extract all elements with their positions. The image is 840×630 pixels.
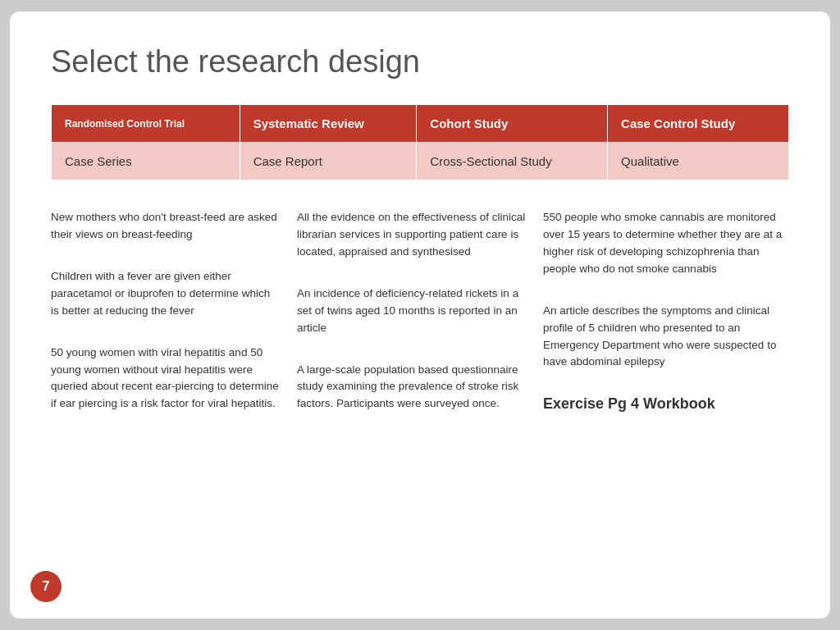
- research-table: Randomised Control Trial Systematic Revi…: [51, 104, 789, 180]
- cell-case-report: Case Report: [240, 143, 417, 180]
- scenario-1-3: 50 young women with viral hepatitis and …: [51, 345, 281, 413]
- cell-qualitative: Qualitative: [608, 143, 789, 180]
- scenario-3-2: An article describes the symptoms and cl…: [543, 303, 789, 372]
- cell-case-control: Case Control Study: [608, 105, 789, 143]
- content-col-1: New mothers who don't breast-feed are as…: [51, 209, 297, 437]
- scenario-2-3: A large-scale population based questionn…: [297, 362, 527, 413]
- page-badge: 7: [30, 571, 62, 602]
- cell-case-series: Case Series: [52, 143, 240, 180]
- table-row-light: Case Series Case Report Cross-Sectional …: [52, 143, 789, 180]
- cell-systematic-review: Systematic Review: [240, 105, 417, 143]
- content-area: New mothers who don't breast-feed are as…: [51, 209, 789, 437]
- content-col-2: All the evidence on the effectiveness of…: [297, 209, 543, 437]
- scenario-1-2: Children with a fever are given either p…: [51, 268, 281, 320]
- exercise-label: Exercise Pg 4 Workbook: [543, 395, 789, 413]
- scenario-2-2: An incidence of deficiency-related ricke…: [297, 285, 527, 337]
- content-col-3: 550 people who smoke cannabis are monito…: [543, 209, 789, 437]
- table-row-dark: Randomised Control Trial Systematic Revi…: [52, 105, 789, 143]
- cell-cross-sectional: Cross-Sectional Study: [417, 143, 608, 180]
- cell-rct: Randomised Control Trial: [52, 105, 240, 143]
- page-number: 7: [43, 579, 50, 594]
- scenario-2-1: All the evidence on the effectiveness of…: [297, 209, 527, 261]
- slide-title: Select the research design: [51, 44, 789, 80]
- scenario-3-1: 550 people who smoke cannabis are monito…: [543, 209, 789, 278]
- cell-cohort-study: Cohort Study: [417, 105, 608, 143]
- slide: Select the research design Randomised Co…: [10, 11, 830, 619]
- scenario-1-1: New mothers who don't breast-feed are as…: [51, 209, 281, 244]
